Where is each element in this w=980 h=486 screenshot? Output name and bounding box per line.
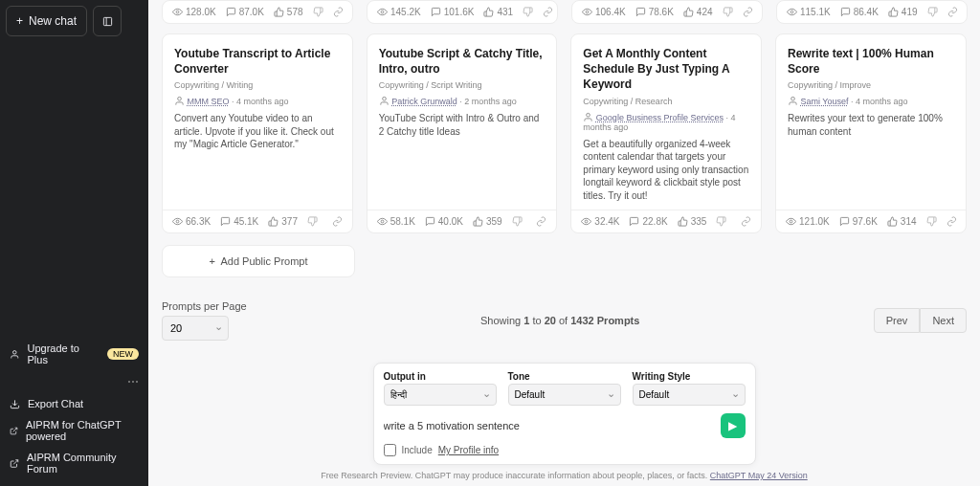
card-title: Youtube Transcript to Article Converter (174, 46, 341, 77)
tone-select[interactable]: Default (508, 384, 621, 406)
prompt-input[interactable] (384, 416, 713, 435)
views-stat: 121.0K (786, 216, 830, 227)
output-language-select[interactable]: हिन्दी (384, 384, 497, 406)
thumb-down-button[interactable] (927, 7, 938, 17)
likes-stat: 314 (887, 216, 917, 227)
author-link[interactable]: Patrick Grunwald (391, 97, 457, 106)
comments-stat: 86.4K (840, 7, 879, 17)
comment-icon (425, 216, 435, 227)
thumb-down-button[interactable] (716, 216, 726, 227)
views-stat: 32.4K (581, 216, 619, 227)
author-link[interactable]: Google Business Profile Services (596, 113, 724, 122)
copy-link-button[interactable] (333, 7, 344, 17)
thumb-down-button[interactable] (723, 7, 733, 17)
card-title: Youtube Script & Catchy Title, Intro, ou… (379, 46, 546, 77)
prompt-card[interactable]: Rewrite text | 100% Human Score Copywrit… (775, 33, 967, 233)
copy-link-button[interactable] (536, 216, 546, 227)
comment-icon (226, 7, 236, 17)
views-stat: 115.1K (787, 7, 831, 17)
add-public-prompt-button[interactable]: + Add Public Prompt (162, 245, 355, 277)
upgrade-label: Upgrade to Plus (28, 342, 100, 365)
author-icon (583, 112, 593, 122)
thumb-down-button[interactable] (313, 7, 323, 17)
prompt-card[interactable]: Youtube Script & Catchy Title, Intro, ou… (367, 33, 558, 233)
copy-link-button[interactable] (743, 7, 753, 17)
toggle-sidebar-button[interactable] (93, 6, 122, 36)
card-title: Rewrite text | 100% Human Score (788, 46, 954, 77)
copy-link-button[interactable] (947, 7, 958, 17)
comment-icon (635, 7, 646, 17)
card-description: Get a beautifully organized 4-week conte… (583, 138, 749, 203)
new-chat-button[interactable]: + New chat (6, 6, 87, 36)
prompt-card-stats: 106.4K 78.6K 424 (571, 0, 763, 24)
more-icon[interactable]: ⋯ (127, 375, 139, 388)
thumb-down-icon (523, 7, 533, 17)
thumb-up-icon (483, 7, 494, 17)
link-icon (333, 7, 344, 17)
thumb-down-icon (313, 7, 323, 17)
send-button[interactable]: ▶ (721, 413, 746, 438)
writing-style-select[interactable]: Default (633, 384, 746, 406)
style-label: Writing Style (633, 371, 746, 382)
views-stat: 128.0K (172, 7, 216, 17)
likes-stat: 335 (678, 216, 707, 227)
include-label: Include (402, 445, 433, 455)
card-time: 2 months ago (464, 97, 517, 106)
thumb-up-icon (683, 7, 694, 17)
thumb-down-button[interactable] (523, 7, 533, 17)
aiprm-powered-link[interactable]: AIPRM for ChatGPT powered (10, 419, 139, 442)
prompt-card[interactable]: Youtube Transcript to Article Converter … (162, 33, 353, 233)
external-icon (10, 426, 18, 436)
prompts-per-page-select[interactable]: 20 (162, 316, 229, 341)
aiprm-forum-link[interactable]: AIPRM Community Forum (10, 452, 139, 475)
card-description: YouTube Script with Intro & Outro and 2 … (379, 112, 546, 138)
disclaimer: Free Research Preview. ChatGPT may produ… (321, 471, 807, 480)
upgrade-button[interactable]: Upgrade to Plus NEW (10, 342, 139, 365)
author-link[interactable]: MMM SEO (188, 97, 230, 106)
card-description: Rewrites your text to generate 100% huma… (788, 112, 954, 138)
thumb-down-button[interactable] (512, 216, 523, 227)
link-icon (543, 7, 553, 17)
sidebar-item-label: Export Chat (28, 398, 83, 409)
main-content: 128.0K 87.0K 578 145.2K 101.6K 431 106.4… (148, 0, 980, 486)
new-chat-label: New chat (29, 14, 77, 28)
comment-icon (840, 7, 851, 17)
include-profile-checkbox[interactable] (384, 444, 396, 456)
eye-icon (172, 7, 183, 17)
thumb-down-button[interactable] (307, 216, 318, 227)
thumb-down-button[interactable] (926, 216, 937, 227)
thumb-down-icon (512, 216, 523, 227)
thumb-down-icon (926, 216, 937, 227)
card-category: Copywriting / Improve (788, 80, 954, 90)
comment-icon (629, 216, 639, 227)
views-stat: 66.3K (172, 216, 211, 227)
thumb-down-icon (927, 7, 938, 17)
thumb-down-icon (723, 7, 733, 17)
version-link[interactable]: ChatGPT May 24 Version (710, 471, 808, 480)
card-category: Copywriting / Script Writing (379, 80, 546, 90)
prompt-card-stats: 145.2K 101.6K 431 (367, 0, 558, 24)
eye-icon (172, 216, 183, 227)
my-profile-link[interactable]: My Profile info (438, 445, 499, 455)
prompt-card[interactable]: Get A Monthly Content Schedule By Just T… (570, 33, 762, 233)
prompt-card-stats: 115.1K 86.4K 419 (776, 0, 968, 24)
prev-button[interactable]: Prev (874, 308, 921, 333)
composer: Output in हिन्दी Tone Default Writing St… (373, 363, 756, 465)
link-icon (947, 7, 958, 17)
comments-stat: 101.6K (431, 7, 475, 17)
export-chat-button[interactable]: Export Chat (10, 398, 139, 409)
comments-stat: 22.8K (629, 216, 667, 227)
link-icon (332, 216, 343, 227)
plus-icon: + (209, 255, 214, 267)
next-button[interactable]: Next (920, 308, 967, 333)
comments-stat: 40.0K (425, 216, 463, 227)
eye-icon (377, 7, 388, 17)
author-link[interactable]: Sami Yousef (801, 97, 849, 106)
copy-link-button[interactable] (543, 7, 553, 17)
copy-link-button[interactable] (947, 216, 957, 227)
copy-link-button[interactable] (332, 216, 343, 227)
eye-icon (377, 216, 388, 227)
views-stat: 145.2K (377, 7, 421, 17)
link-icon (741, 216, 751, 227)
copy-link-button[interactable] (741, 216, 751, 227)
